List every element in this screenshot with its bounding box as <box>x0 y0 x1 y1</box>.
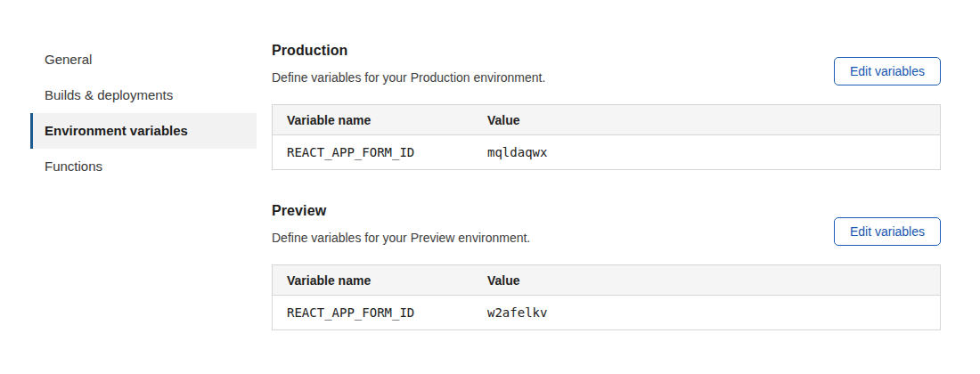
sidebar-item-environment-variables[interactable]: Environment variables <box>30 113 257 149</box>
table-row: REACT_APP_FORM_ID w2afelkv <box>273 296 940 329</box>
column-header-variable-name: Variable name <box>273 273 487 288</box>
variable-name-cell: REACT_APP_FORM_ID <box>273 305 487 320</box>
production-section: Production Define variables for your Pro… <box>272 43 941 170</box>
variable-name-cell: REACT_APP_FORM_ID <box>273 145 487 159</box>
column-header-variable-name: Variable name <box>273 113 487 127</box>
sidebar-item-label: Functions <box>45 159 102 174</box>
table-header-row: Variable name Value <box>273 265 940 296</box>
sidebar-item-builds-deployments[interactable]: Builds & deployments <box>30 77 257 113</box>
sidebar-item-label: Builds & deployments <box>45 87 173 102</box>
preview-section: Preview Define variables for your Previe… <box>272 203 941 330</box>
column-header-value: Value <box>487 273 940 288</box>
table-row: REACT_APP_FORM_ID mqldaqwx <box>273 135 940 169</box>
preview-variables-table: Variable name Value REACT_APP_FORM_ID w2… <box>272 264 941 330</box>
variable-value-cell: w2afelkv <box>487 305 940 320</box>
sidebar-item-general[interactable]: General <box>30 42 257 77</box>
edit-variables-button-production[interactable]: Edit variables <box>834 57 941 85</box>
variable-value-cell: mqldaqwx <box>487 145 940 159</box>
settings-sidebar: General Builds & deployments Environment… <box>30 42 257 184</box>
edit-variables-button-preview[interactable]: Edit variables <box>834 217 941 246</box>
sidebar-item-label: General <box>45 52 92 67</box>
sidebar-item-functions[interactable]: Functions <box>30 149 257 184</box>
sidebar-item-label: Environment variables <box>45 123 188 138</box>
table-header-row: Variable name Value <box>273 105 940 135</box>
column-header-value: Value <box>487 113 940 127</box>
environment-variables-panel: Production Define variables for your Pro… <box>272 43 941 330</box>
production-variables-table: Variable name Value REACT_APP_FORM_ID mq… <box>272 104 941 170</box>
